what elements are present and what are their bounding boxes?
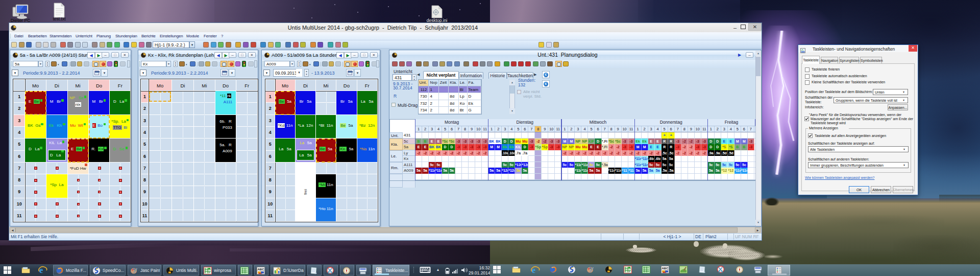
svg-text:ABC: ABC — [662, 267, 669, 270]
svg-text:P: P — [209, 271, 210, 274]
svg-text:ABC: ABC — [258, 268, 265, 271]
svg-text:P: P — [628, 270, 630, 273]
